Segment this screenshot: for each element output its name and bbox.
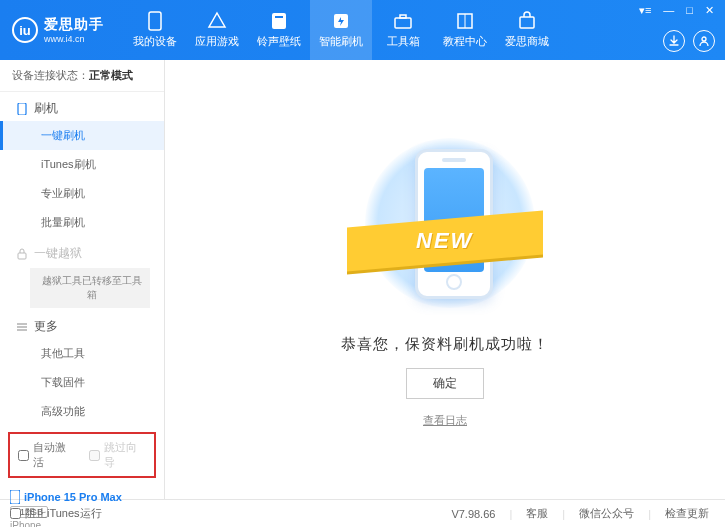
sidebar: 设备连接状态：正常模式 刷机 一键刷机iTunes刷机专业刷机批量刷机 一键越狱… xyxy=(0,60,165,499)
ok-button[interactable]: 确定 xyxy=(406,368,484,399)
svg-rect-11 xyxy=(10,490,20,504)
nav-toolbox[interactable]: 工具箱 xyxy=(372,0,434,60)
svg-rect-4 xyxy=(395,18,411,28)
checkbox-block-itunes[interactable]: 阻止iTunes运行 xyxy=(10,506,102,521)
phone-icon xyxy=(16,103,28,115)
nav-book[interactable]: 教程中心 xyxy=(434,0,496,60)
nav-flash[interactable]: 智能刷机 xyxy=(310,0,372,60)
phone-icon xyxy=(145,11,165,31)
check-update-link[interactable]: 检查更新 xyxy=(659,506,715,521)
book-icon xyxy=(455,11,475,31)
close-button[interactable]: ✕ xyxy=(702,4,717,17)
success-message: 恭喜您，保资料刷机成功啦！ xyxy=(341,335,549,354)
nav-phone[interactable]: 我的设备 xyxy=(124,0,186,60)
sidebar-item[interactable]: 高级功能 xyxy=(0,397,164,426)
svg-rect-10 xyxy=(18,253,26,259)
cart-icon xyxy=(517,11,537,31)
version-label: V7.98.66 xyxy=(445,508,501,520)
sidebar-item[interactable]: 一键刷机 xyxy=(0,121,164,150)
nav-label: 工具箱 xyxy=(387,34,420,49)
section-more[interactable]: 更多 xyxy=(0,310,164,339)
options-box: 自动激活 跳过向导 xyxy=(8,432,156,478)
flash-icon xyxy=(331,11,351,31)
lock-icon xyxy=(16,248,28,260)
success-illustration: NEW xyxy=(365,131,525,321)
nav-label: 教程中心 xyxy=(443,34,487,49)
sidebar-item[interactable]: 专业刷机 xyxy=(0,179,164,208)
apps-icon xyxy=(207,11,227,31)
nav-label: 应用游戏 xyxy=(195,34,239,49)
checkbox-skip-setup[interactable]: 跳过向导 xyxy=(89,440,146,470)
nav-apps[interactable]: 应用游戏 xyxy=(186,0,248,60)
main-nav: 我的设备应用游戏铃声壁纸智能刷机工具箱教程中心爱思商城 xyxy=(124,0,558,60)
svg-rect-9 xyxy=(18,103,26,115)
svg-rect-5 xyxy=(400,15,406,18)
sidebar-item[interactable]: iTunes刷机 xyxy=(0,150,164,179)
minimize-button[interactable]: — xyxy=(660,4,677,17)
logo: iu 爱思助手 www.i4.cn xyxy=(12,16,104,44)
device-type: iPhone xyxy=(10,520,154,527)
nav-music[interactable]: 铃声壁纸 xyxy=(248,0,310,60)
window-controls: ▾≡ — □ ✕ xyxy=(636,4,717,17)
user-icon[interactable] xyxy=(693,30,715,52)
svg-rect-1 xyxy=(272,13,286,29)
section-flash[interactable]: 刷机 xyxy=(0,92,164,121)
menu-icon[interactable]: ▾≡ xyxy=(636,4,654,17)
music-icon xyxy=(269,11,289,31)
checkbox-auto-activate[interactable]: 自动激活 xyxy=(18,440,75,470)
svg-rect-0 xyxy=(149,12,161,30)
maximize-button[interactable]: □ xyxy=(683,4,696,17)
support-link[interactable]: 客服 xyxy=(520,506,554,521)
app-name: 爱思助手 xyxy=(44,16,104,34)
app-header: iu 爱思助手 www.i4.cn 我的设备应用游戏铃声壁纸智能刷机工具箱教程中… xyxy=(0,0,725,60)
nav-label: 铃声壁纸 xyxy=(257,34,301,49)
main-content: NEW 恭喜您，保资料刷机成功啦！ 确定 查看日志 xyxy=(165,60,725,499)
sidebar-item[interactable]: 其他工具 xyxy=(0,339,164,368)
connection-status: 设备连接状态：正常模式 xyxy=(0,60,164,92)
toolbox-icon xyxy=(393,11,413,31)
svg-rect-2 xyxy=(275,16,283,18)
section-jailbreak: 一键越狱 xyxy=(0,237,164,266)
device-icon xyxy=(10,490,20,504)
more-icon xyxy=(16,321,28,333)
nav-label: 爱思商城 xyxy=(505,34,549,49)
app-url: www.i4.cn xyxy=(44,34,104,44)
nav-label: 我的设备 xyxy=(133,34,177,49)
download-icon[interactable] xyxy=(663,30,685,52)
wechat-link[interactable]: 微信公众号 xyxy=(573,506,640,521)
logo-icon: iu xyxy=(12,17,38,43)
svg-point-8 xyxy=(702,37,706,41)
device-name: iPhone 15 Pro Max xyxy=(24,491,122,503)
sidebar-item[interactable]: 下载固件 xyxy=(0,368,164,397)
sidebar-item[interactable]: 批量刷机 xyxy=(0,208,164,237)
nav-label: 智能刷机 xyxy=(319,34,363,49)
view-log-link[interactable]: 查看日志 xyxy=(423,413,467,428)
jailbreak-note: 越狱工具已转移至工具箱 xyxy=(30,268,150,308)
nav-cart[interactable]: 爱思商城 xyxy=(496,0,558,60)
svg-rect-7 xyxy=(520,17,534,28)
